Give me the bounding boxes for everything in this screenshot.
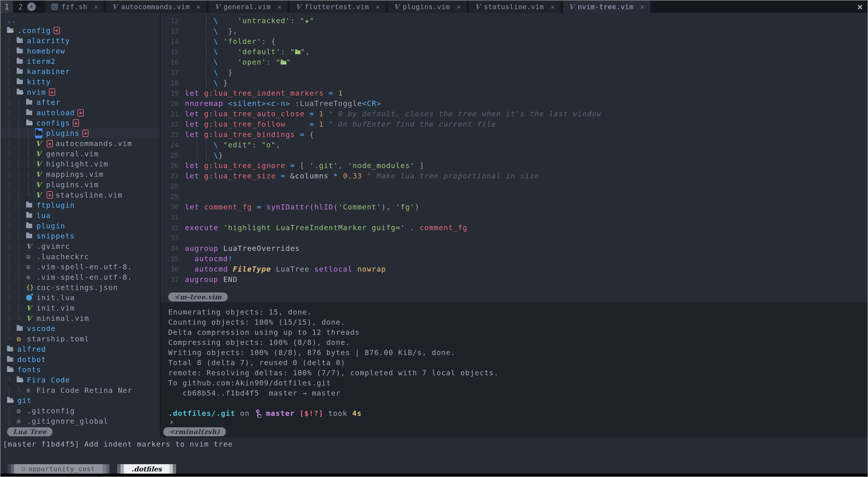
tree-row[interactable]: │ karabiner <box>1 66 160 77</box>
tree-row[interactable]: │ │ Vinit.vim <box>1 303 160 313</box>
tree-row[interactable]: │ alacritty <box>1 36 160 46</box>
prompt-caret[interactable]: › <box>161 418 867 425</box>
tree-indent-guides: │ <box>7 324 17 333</box>
tree-item-label: coc-settings.json <box>36 283 118 292</box>
tree-row[interactable]: │ iterm2 <box>1 56 160 67</box>
close-all-icon[interactable]: × <box>857 1 863 13</box>
tab-plugins.vim[interactable]: Vplugins.vim× <box>388 1 467 13</box>
tree-row[interactable]: │ ⚙.gitconfig <box>1 406 160 416</box>
tree-indent-guides: │ <box>7 417 17 425</box>
tree-item-icon <box>7 398 17 403</box>
tree-row[interactable]: │ │ autoload+ <box>1 107 160 118</box>
tree-row[interactable]: │ │ │ Vplugins.vim <box>1 179 160 190</box>
tab-close-icon[interactable]: × <box>94 3 98 11</box>
tree-row[interactable]: dotbot <box>1 354 160 365</box>
code-line: 18 │ \ } <box>161 78 867 88</box>
tree-row[interactable]: │ vscode <box>1 323 160 334</box>
code-line: 32execute 'highlight LuaTreeIndentMarker… <box>161 223 867 233</box>
tree-row[interactable]: fonts <box>1 365 160 375</box>
tree-row[interactable]: │ │ init.lua <box>1 293 160 303</box>
tree-item-label: karabiner <box>27 67 70 76</box>
tree-row[interactable]: └ Fira Code <box>1 375 160 385</box>
editor-panel[interactable]: 12 │ \ 'untracked': "★"13 │ \ },14 │ \ '… <box>161 13 867 292</box>
tree-row[interactable]: git <box>1 395 160 406</box>
code-line: 35 autocmd! <box>161 253 867 264</box>
tree-row[interactable]: │ │ │ V+autocommands.vim <box>1 138 160 149</box>
line-number: 30 <box>161 202 179 212</box>
vim-file-icon: V <box>26 304 32 312</box>
tab-general.vim[interactable]: Vgeneral.vim× <box>209 1 287 13</box>
vim-icon: V <box>475 3 480 11</box>
folder-open-icon <box>17 90 23 95</box>
file-tree-rows: ...config+│ alacritty│ homebrew│ iterm2│… <box>1 13 160 426</box>
tree-item-label: iterm2 <box>27 57 56 66</box>
tree-row[interactable]: │ │ ≡.vim-spell-en.utf-8. <box>1 272 160 282</box>
tree-row[interactable]: │ │ └ V+statusline.vim <box>1 190 160 200</box>
tab-nvim-tree.vim[interactable]: Vnvim-tree.vim× <box>563 1 650 13</box>
tmux-window-2-indicator[interactable]: 2 <box>18 1 23 13</box>
tab-close-icon[interactable]: × <box>640 3 644 11</box>
terminal-panel[interactable]: Enumerating objects: 15, done.Counting o… <box>161 302 867 426</box>
tree-row[interactable]: │ │ V.gvimrc <box>1 241 160 251</box>
tab-close-icon[interactable]: × <box>551 3 555 11</box>
file-tree-panel[interactable]: ...config+│ alacritty│ homebrew│ iterm2│… <box>1 13 161 438</box>
tree-item-label: minimal.vim <box>36 314 89 322</box>
tree-row[interactable]: │ │ snippets <box>1 231 160 241</box>
tree-item-icon: ≡ <box>26 253 36 261</box>
pane-square-icon: □ <box>22 466 25 472</box>
tab-close-icon[interactable]: × <box>196 3 200 11</box>
lua-file-icon <box>26 295 32 301</box>
tree-row[interactable]: │ │ │ Vhighlight.vim <box>1 159 160 169</box>
tree-item-label: highlight.vim <box>46 160 108 168</box>
tab-label: nvim-tree.vim <box>578 3 633 11</box>
tree-row[interactable]: │ │ configs+ <box>1 118 160 128</box>
tab-fluttertest.vim[interactable]: Vfluttertest.vim× <box>290 1 385 13</box>
tree-row[interactable]: │ │ ≡.luacheckrc <box>1 251 160 262</box>
tree-row[interactable]: .. <box>1 15 160 26</box>
tree-row[interactable]: .config+ <box>1 26 160 36</box>
tree-item-icon <box>26 234 36 238</box>
line-number: 19 <box>161 88 179 99</box>
tab-close-icon[interactable]: × <box>376 3 380 11</box>
tree-item-icon: V <box>36 139 46 147</box>
tree-row[interactable]: │ │ {}coc-settings.json <box>1 282 160 293</box>
line-number: 35 <box>161 254 179 264</box>
code-line: 28 <box>161 181 867 192</box>
tmux-window-.dotfiles[interactable]: .dotfiles <box>117 464 176 474</box>
tab-autocommands.vim[interactable]: Vautocommands.vim× <box>106 1 206 13</box>
tmux-window-opportunity_cost[interactable]: □opportunity_cost <box>7 464 110 474</box>
tab-close-icon[interactable]: × <box>457 3 461 11</box>
tree-row[interactable]: └ ⚙starship.toml <box>1 334 160 344</box>
tree-row[interactable]: │ │ after <box>1 97 160 108</box>
tree-item-label: .gvimrc <box>36 242 70 251</box>
history-back-icon[interactable]: ‹ <box>27 2 36 11</box>
folder-icon <box>26 203 32 207</box>
tree-row[interactable]: │ │ lua <box>1 210 160 221</box>
tree-row[interactable]: │ └ Vminimal.vim <box>1 313 160 323</box>
tree-row[interactable]: │ │ plugin <box>1 221 160 231</box>
tab-fzf.sh[interactable]: >_fzf.sh× <box>45 1 104 13</box>
git-modified-badge: + <box>78 109 84 116</box>
tab-label: statusline.vim <box>484 3 544 11</box>
tree-item-label: .vim-spell-en.utf-8. <box>36 263 132 271</box>
tmux-window-1-indicator[interactable]: 1 <box>1 1 13 13</box>
tree-row[interactable]: │ │ ftplugin <box>1 200 160 210</box>
tree-item-icon <box>17 378 27 382</box>
tree-row[interactable]: │ kitty <box>1 77 160 87</box>
tree-row[interactable]: │ homebrew <box>1 46 160 56</box>
tab-close-icon[interactable]: × <box>277 3 281 11</box>
tree-row[interactable]: │ └ ≡Fira Code Retina Ner <box>1 385 160 396</box>
tree-item-label: alacritty <box>27 36 70 45</box>
tree-row[interactable]: │ │ │ Vmappings.vim <box>1 169 160 179</box>
tree-row[interactable]: alfred <box>1 344 160 354</box>
text-file-icon: ≡ <box>17 417 21 425</box>
vim-file-icon: V <box>36 139 41 147</box>
tree-row[interactable]: │ │ ≡.vim-spell-en.utf-8. <box>1 262 160 272</box>
tree-row[interactable]: │ │ │ Vgeneral.vim <box>1 149 160 159</box>
tree-row[interactable]: │ ≡.gitignore_global <box>1 416 160 426</box>
tree-row[interactable]: │ nvim+ <box>1 87 160 97</box>
git-modified-badge: + <box>82 130 89 137</box>
tree-row[interactable]: │ │ │ plugins+ <box>1 128 160 139</box>
folder-icon <box>26 110 32 115</box>
tab-statusline.vim[interactable]: Vstatusline.vim× <box>469 1 561 13</box>
